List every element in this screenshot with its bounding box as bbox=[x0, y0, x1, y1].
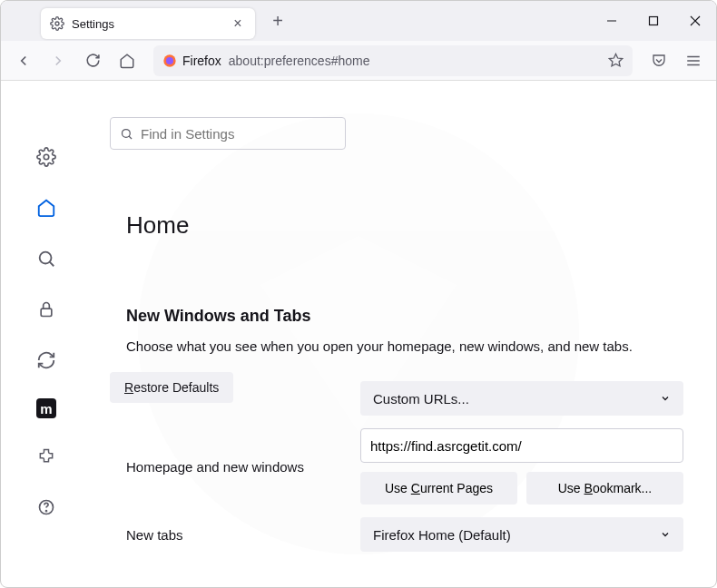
home-icon[interactable] bbox=[112, 45, 142, 76]
forward-button[interactable] bbox=[43, 45, 74, 76]
titlebar: Settings × + bbox=[1, 1, 716, 41]
svg-point-17 bbox=[46, 511, 47, 512]
sidebar-item-privacy[interactable] bbox=[34, 297, 59, 322]
svg-point-12 bbox=[44, 154, 49, 160]
url-bar[interactable]: Firefox about:preferences#home bbox=[153, 45, 633, 76]
sidebar-item-m[interactable]: m bbox=[36, 398, 56, 418]
dropdown-value: Custom URLs... bbox=[373, 391, 469, 407]
new-tab-button[interactable]: + bbox=[264, 7, 291, 34]
sidebar-item-general[interactable] bbox=[34, 144, 59, 170]
homepage-label-text: Homepage and new windows bbox=[126, 459, 360, 475]
tab-title: Settings bbox=[72, 17, 222, 31]
svg-rect-2 bbox=[650, 17, 658, 25]
chevron-down-icon bbox=[660, 529, 671, 540]
close-window-button[interactable] bbox=[674, 1, 716, 41]
sidebar-item-extensions[interactable] bbox=[34, 444, 59, 469]
reload-button[interactable] bbox=[77, 45, 108, 76]
sidebar-item-help[interactable] bbox=[34, 495, 59, 520]
search-input[interactable] bbox=[141, 126, 336, 142]
svg-point-6 bbox=[166, 57, 173, 64]
page-title: Home bbox=[126, 211, 700, 240]
maximize-button[interactable] bbox=[633, 1, 674, 41]
use-current-pages-button[interactable]: Use Current Pages bbox=[360, 472, 517, 505]
section-title: New Windows and Tabs bbox=[126, 307, 700, 326]
firefox-icon bbox=[162, 54, 177, 68]
homepage-mode-dropdown[interactable]: Custom URLs... bbox=[360, 381, 683, 416]
svg-point-0 bbox=[55, 22, 59, 25]
use-bookmark-button[interactable]: Use Bookmark... bbox=[526, 472, 683, 505]
close-icon[interactable]: × bbox=[230, 15, 246, 32]
home-content-title: Firefox Home Content bbox=[126, 584, 700, 587]
newtabs-label: New tabs bbox=[126, 527, 360, 543]
svg-point-18 bbox=[123, 129, 131, 137]
toolbar: Firefox about:preferences#home bbox=[1, 41, 716, 81]
url-text: about:preferences#home bbox=[229, 54, 601, 68]
svg-rect-15 bbox=[41, 309, 52, 316]
search-icon bbox=[120, 127, 133, 141]
homepage-url-input[interactable] bbox=[360, 428, 683, 463]
section-description: Choose what you see when you open your h… bbox=[126, 338, 700, 354]
browser-tab[interactable]: Settings × bbox=[41, 8, 255, 39]
sidebar-item-home[interactable] bbox=[34, 195, 59, 220]
svg-line-19 bbox=[129, 136, 132, 139]
settings-sidebar: m bbox=[1, 81, 92, 587]
dropdown-value: Firefox Home (Default) bbox=[373, 527, 511, 543]
sidebar-item-sync[interactable] bbox=[34, 348, 59, 373]
site-identity: Firefox bbox=[162, 54, 221, 68]
settings-main: Home RRestore Defaultsestore Defaults Ne… bbox=[92, 81, 716, 587]
sidebar-item-search[interactable] bbox=[34, 246, 59, 271]
back-button[interactable] bbox=[8, 45, 39, 76]
identity-label: Firefox bbox=[182, 54, 221, 68]
gear-icon bbox=[50, 16, 64, 31]
chevron-down-icon bbox=[660, 393, 671, 404]
newtabs-dropdown[interactable]: Firefox Home (Default) bbox=[360, 517, 683, 552]
menu-icon[interactable] bbox=[678, 45, 709, 76]
svg-marker-7 bbox=[609, 54, 622, 65]
minimize-button[interactable] bbox=[591, 1, 633, 41]
svg-point-13 bbox=[40, 252, 52, 264]
bookmark-star-icon[interactable] bbox=[608, 53, 624, 68]
find-in-settings[interactable] bbox=[110, 117, 346, 150]
pocket-icon[interactable] bbox=[643, 45, 674, 76]
svg-line-14 bbox=[50, 262, 54, 267]
